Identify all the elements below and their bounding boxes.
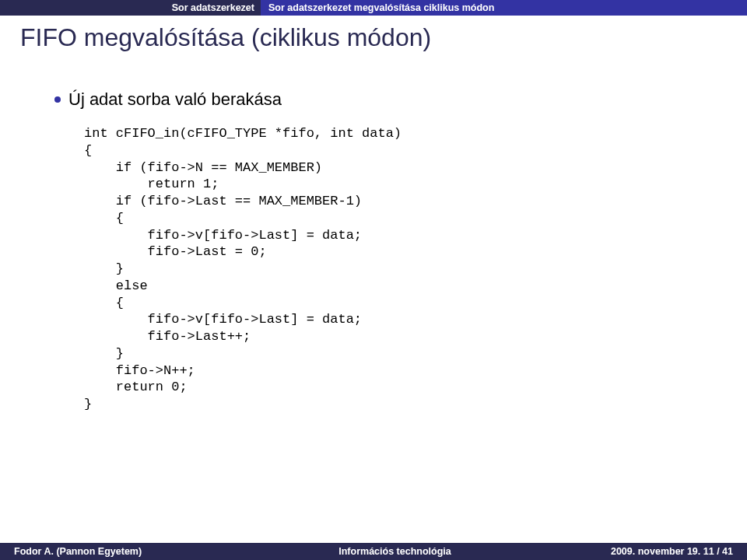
nav-section-label: Sor adatszerkezet bbox=[172, 2, 254, 13]
footer: Fodor A. (Pannon Egyetem) Információs te… bbox=[0, 543, 747, 560]
bullet-icon bbox=[54, 96, 61, 103]
footer-author: Fodor A. (Pannon Egyetem) bbox=[0, 546, 261, 557]
footer-date-page: 2009. november 19. 11 / 41 bbox=[529, 546, 747, 557]
bullet-text: Új adat sorba való berakása bbox=[68, 89, 282, 110]
bullet-item: Új adat sorba való berakása bbox=[54, 89, 693, 110]
content-area: Új adat sorba való berakása int cFIFO_in… bbox=[0, 89, 747, 413]
navigation-bar: Sor adatszerkezet Sor adatszerkezet megv… bbox=[0, 0, 747, 16]
nav-subsection-label: Sor adatszerkezet megvalósítása ciklikus… bbox=[268, 2, 494, 13]
nav-subsection[interactable]: Sor adatszerkezet megvalósítása ciklikus… bbox=[261, 0, 747, 16]
title-block: FIFO megvalósítása (ciklikus módon) bbox=[0, 16, 747, 75]
footer-title: Információs technológia bbox=[261, 546, 529, 557]
code-block: int cFIFO_in(cFIFO_TYPE *fifo, int data)… bbox=[54, 125, 693, 413]
nav-section[interactable]: Sor adatszerkezet bbox=[0, 0, 261, 16]
page-title: FIFO megvalósítása (ciklikus módon) bbox=[20, 23, 727, 52]
